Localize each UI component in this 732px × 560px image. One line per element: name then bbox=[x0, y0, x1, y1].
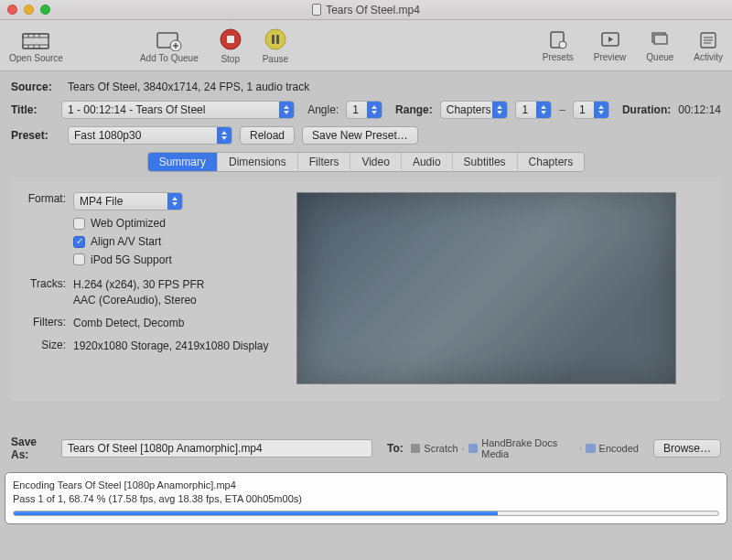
format-label: Format: bbox=[24, 192, 73, 270]
tab-chapters[interactable]: Chapters bbox=[518, 153, 585, 171]
file-icon bbox=[312, 4, 321, 16]
preset-value: Fast 1080p30 bbox=[74, 129, 141, 142]
titlebar: Tears Of Steel.mp4 bbox=[0, 0, 732, 20]
svg-rect-17 bbox=[276, 35, 279, 44]
range-dash: – bbox=[559, 103, 565, 116]
chevron-updown-icon bbox=[367, 102, 382, 118]
angle-select[interactable]: 1 bbox=[346, 101, 382, 119]
duration-value: 00:12:14 bbox=[678, 103, 721, 116]
browse-button[interactable]: Browse… bbox=[653, 439, 721, 458]
duration-label: Duration: bbox=[622, 103, 671, 116]
preview-button[interactable]: Preview bbox=[594, 30, 627, 62]
filters-value: Comb Detect, Decomb bbox=[73, 316, 280, 331]
ipod-checkbox[interactable]: iPod 5G Support bbox=[73, 253, 280, 268]
film-reel-icon bbox=[22, 29, 49, 51]
preset-label: Preset: bbox=[11, 129, 60, 142]
add-to-queue-button[interactable]: Add To Queue bbox=[140, 29, 199, 63]
stop-icon bbox=[219, 28, 242, 52]
chevron-updown-icon bbox=[594, 102, 608, 118]
toolbar-label: Add To Queue bbox=[140, 53, 199, 63]
angle-label: Angle: bbox=[307, 103, 339, 116]
chevron-right-icon: › bbox=[579, 444, 582, 453]
range-mode-value: Chapters bbox=[447, 103, 491, 116]
presets-button[interactable]: Presets bbox=[543, 30, 574, 62]
svg-rect-16 bbox=[272, 35, 274, 44]
tracks-label: Tracks: bbox=[24, 277, 73, 308]
range-label: Range: bbox=[395, 103, 433, 116]
tab-filters[interactable]: Filters bbox=[298, 153, 351, 171]
size-value: 1920x1080 Storage, 2419x1080 Display bbox=[73, 339, 280, 354]
tab-dimensions[interactable]: Dimensions bbox=[218, 153, 298, 171]
pause-button[interactable]: Pause bbox=[263, 28, 288, 64]
chevron-updown-icon bbox=[492, 102, 507, 118]
align-av-label: Align A/V Start bbox=[91, 234, 161, 250]
format-select[interactable]: MP4 File bbox=[73, 192, 183, 210]
svg-marker-21 bbox=[608, 37, 613, 42]
window-title-wrap: Tears Of Steel.mp4 bbox=[0, 4, 732, 16]
progress-fill bbox=[14, 512, 498, 515]
checkbox-icon bbox=[73, 253, 85, 265]
title-label: Title: bbox=[11, 103, 54, 116]
queue-button[interactable]: Queue bbox=[646, 30, 673, 62]
toolbar: Open Source Add To Queue Stop Pause Pres… bbox=[0, 20, 732, 71]
tab-video[interactable]: Video bbox=[350, 153, 401, 171]
folder-icon bbox=[468, 444, 479, 453]
tab-summary[interactable]: Summary bbox=[148, 153, 218, 171]
preview-icon bbox=[600, 30, 620, 50]
activity-button[interactable]: Activity bbox=[694, 30, 723, 62]
source-text: Tears Of Steel, 3840x1714, 24 FPS, 1 aud… bbox=[68, 81, 309, 93]
source-label: Source: bbox=[11, 81, 60, 93]
progress-bar bbox=[13, 511, 719, 516]
pause-icon bbox=[264, 28, 287, 52]
reload-button[interactable]: Reload bbox=[240, 126, 295, 145]
size-label: Size: bbox=[24, 339, 73, 354]
toolbar-label: Open Source bbox=[9, 53, 63, 63]
chevron-updown-icon bbox=[167, 193, 182, 210]
range-from-value: 1 bbox=[522, 103, 528, 116]
video-preview bbox=[296, 192, 676, 384]
range-to-select[interactable]: 1 bbox=[573, 101, 609, 119]
destination-path[interactable]: Scratch › HandBrake Docs Media › Encoded bbox=[411, 437, 639, 459]
save-as-input[interactable]: Tears Of Steel [1080p Anamorphic].mp4 bbox=[61, 439, 372, 458]
status-line1: Encoding Tears Of Steel [1080p Anamorphi… bbox=[13, 479, 719, 492]
save-new-preset-button[interactable]: Save New Preset… bbox=[302, 126, 418, 145]
checkbox-checked-icon: ✓ bbox=[73, 236, 85, 248]
summary-panel: Format: MP4 File Web Optimized ✓ Align A… bbox=[11, 181, 721, 401]
folder-icon bbox=[411, 444, 421, 453]
ipod-label: iPod 5G Support bbox=[91, 253, 172, 268]
range-from-select[interactable]: 1 bbox=[515, 101, 552, 119]
toolbar-label: Queue bbox=[646, 52, 673, 62]
chevron-updown-icon bbox=[536, 102, 551, 118]
range-mode-select[interactable]: Chapters bbox=[440, 101, 509, 119]
to-label: To: bbox=[387, 442, 404, 455]
status-line2: Pass 1 of 1, 68.74 % (17.58 fps, avg 18.… bbox=[13, 492, 719, 506]
toolbar-label: Presets bbox=[543, 52, 574, 62]
stop-button[interactable]: Stop bbox=[219, 28, 242, 64]
angle-value: 1 bbox=[352, 103, 359, 116]
toolbar-label: Preview bbox=[594, 52, 627, 62]
open-source-button[interactable]: Open Source bbox=[9, 29, 63, 63]
title-select[interactable]: 1 - 00:12:14 - Tears Of Steel bbox=[61, 101, 295, 119]
filters-label: Filters: bbox=[24, 316, 73, 331]
chevron-updown-icon bbox=[279, 102, 294, 118]
svg-rect-0 bbox=[23, 34, 48, 48]
svg-point-15 bbox=[265, 29, 285, 49]
tracks-value: H.264 (x264), 30 FPS PFR AAC (CoreAudio)… bbox=[73, 277, 280, 308]
web-optimized-label: Web Optimized bbox=[91, 216, 166, 232]
align-av-checkbox[interactable]: ✓ Align A/V Start bbox=[73, 234, 280, 250]
tab-audio[interactable]: Audio bbox=[402, 153, 453, 171]
chevron-right-icon: › bbox=[462, 444, 465, 453]
chevron-updown-icon bbox=[217, 127, 231, 144]
format-value: MP4 File bbox=[80, 194, 123, 210]
tab-subtitles[interactable]: Subtitles bbox=[453, 153, 518, 171]
folder-icon bbox=[586, 444, 596, 453]
range-to-value: 1 bbox=[579, 103, 586, 116]
preset-select[interactable]: Fast 1080p30 bbox=[68, 126, 232, 145]
add-queue-icon bbox=[156, 29, 183, 51]
save-as-label: Save As: bbox=[11, 436, 54, 461]
toolbar-label: Pause bbox=[263, 54, 288, 64]
path-seg: HandBrake Docs Media bbox=[481, 437, 576, 459]
activity-icon bbox=[698, 30, 718, 50]
web-optimized-checkbox[interactable]: Web Optimized bbox=[73, 216, 280, 232]
toolbar-label: Activity bbox=[694, 52, 723, 62]
